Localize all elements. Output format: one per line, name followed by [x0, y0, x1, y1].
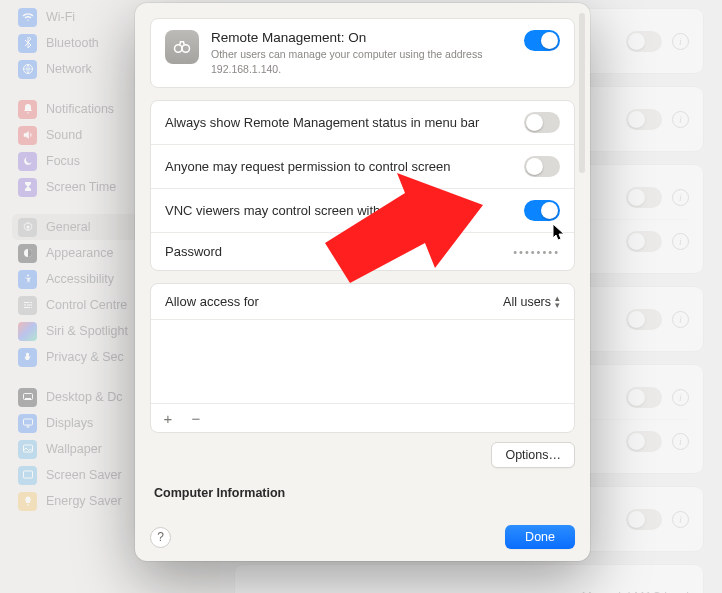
svg-rect-6: [23, 419, 32, 425]
moon-icon: [18, 152, 37, 171]
svg-point-12: [182, 45, 190, 53]
network-icon: [18, 60, 37, 79]
hand-icon: [18, 348, 37, 367]
appearance-icon: [18, 244, 37, 263]
bulb-icon: [18, 492, 37, 511]
wallpaper-icon: [18, 440, 37, 459]
password-field[interactable]: ••••••••: [513, 246, 560, 258]
remote-management-toggle[interactable]: [524, 30, 560, 51]
info-icon[interactable]: i: [672, 433, 689, 450]
allow-access-label: Allow access for: [165, 294, 259, 309]
remove-user-button[interactable]: −: [187, 409, 205, 427]
user-list: [151, 320, 574, 403]
hourglass-icon: [18, 178, 37, 197]
sheet-subtitle: Other users can manage your computer usi…: [211, 47, 521, 76]
sheet-title: Remote Management: On: [211, 30, 524, 45]
bell-icon: [18, 100, 37, 119]
toggle[interactable]: [626, 431, 662, 452]
gear-icon: [18, 218, 37, 237]
vnc-control-toggle[interactable]: [524, 200, 560, 221]
toggle[interactable]: [626, 387, 662, 408]
wifi-icon: [18, 8, 37, 27]
sound-icon: [18, 126, 37, 145]
info-icon[interactable]: i: [672, 33, 689, 50]
allow-access-card: Allow access for All users ▴▾ + −: [150, 283, 575, 433]
add-user-button[interactable]: +: [159, 409, 177, 427]
scrollbar[interactable]: [579, 13, 585, 173]
header-card: Remote Management: On Other users can ma…: [150, 18, 575, 88]
local-hostname-label: Local hostname: [249, 590, 341, 594]
sidebar-label: Wi-Fi: [46, 10, 75, 24]
svg-point-3: [27, 275, 29, 277]
toggle[interactable]: [626, 309, 662, 330]
svg-rect-5: [25, 398, 31, 399]
remote-management-sheet: Remote Management: On Other users can ma…: [135, 3, 590, 561]
screensaver-icon: [18, 466, 37, 485]
svg-point-11: [175, 45, 183, 53]
binoculars-icon: [165, 30, 199, 64]
options-button[interactable]: Options…: [491, 442, 575, 468]
computer-info-heading: Computer Information: [150, 486, 575, 502]
help-button[interactable]: ?: [150, 527, 171, 548]
svg-rect-8: [23, 471, 32, 478]
vnc-control-label: VNC viewers may control screen with pass…: [165, 203, 524, 218]
svg-point-1: [26, 226, 29, 229]
toggle[interactable]: [626, 509, 662, 530]
sliders-icon: [18, 296, 37, 315]
done-button[interactable]: Done: [505, 525, 575, 549]
accessibility-icon: [18, 270, 37, 289]
info-icon[interactable]: i: [672, 189, 689, 206]
toggle[interactable]: [626, 31, 662, 52]
info-icon[interactable]: i: [672, 389, 689, 406]
menubar-status-label: Always show Remote Management status in …: [165, 115, 524, 130]
siri-icon: [18, 322, 37, 341]
bluetooth-icon: [18, 34, 37, 53]
toggle[interactable]: [626, 187, 662, 208]
info-icon[interactable]: i: [672, 511, 689, 528]
info-icon[interactable]: i: [672, 111, 689, 128]
allow-access-value: All users: [503, 295, 551, 309]
chevron-updown-icon: ▴▾: [555, 295, 560, 309]
toggle[interactable]: [626, 231, 662, 252]
dock-icon: [18, 388, 37, 407]
display-icon: [18, 414, 37, 433]
anyone-request-toggle[interactable]: [524, 156, 560, 177]
info-icon[interactable]: i: [672, 233, 689, 250]
password-label: Password: [165, 244, 513, 259]
anyone-request-label: Anyone may request permission to control…: [165, 159, 524, 174]
toggle[interactable]: [626, 109, 662, 130]
allow-access-popup[interactable]: All users ▴▾: [503, 295, 560, 309]
menubar-status-toggle[interactable]: [524, 112, 560, 133]
info-icon[interactable]: i: [672, 311, 689, 328]
